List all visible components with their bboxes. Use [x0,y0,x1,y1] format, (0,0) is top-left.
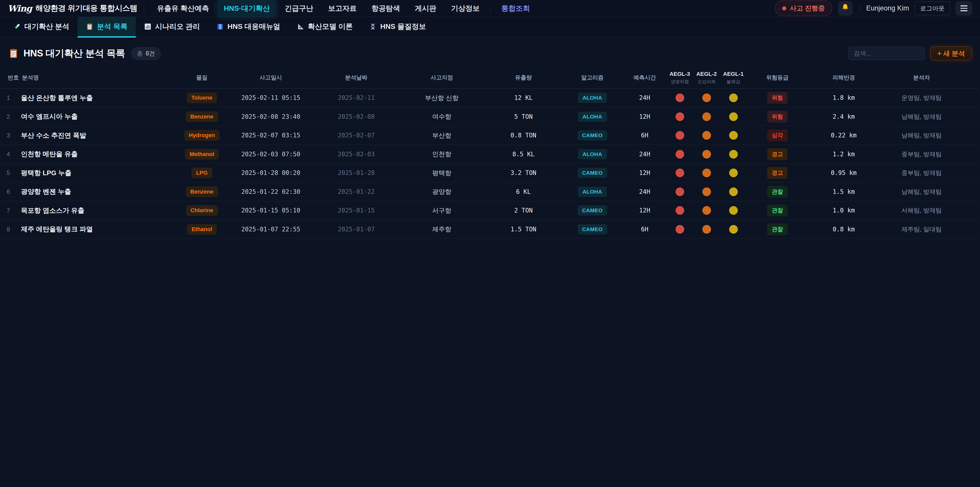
aegl2-cell [693,225,720,234]
table-row[interactable]: 2여수 엠프시아 누출Benzene2025-02-08 23:402025-0… [0,107,979,126]
menu-button[interactable] [956,1,972,16]
analysis-name: 부산 수소 추진연 폭발 [21,131,177,140]
brand-title: 해양환경 위기대응 통합시스템 [35,3,137,14]
nav-item-보고자료[interactable]: 보고자료 [322,0,363,17]
material-cell: Ethanol [177,224,228,235]
incident-datetime: 2025-02-03 07:50 [228,151,314,158]
tab-label: HNS 대응매뉴얼 [228,22,280,31]
algorithm-cell: CAMEO [562,205,623,216]
user-name: Eunjeong Kim [866,4,909,12]
risk-grade-badge: 위험 [767,111,788,123]
damage-radius: 2.4 km [808,113,880,120]
table-row[interactable]: 4인천항 메탄올 유출Methanol2025-02-03 07:502025-… [0,145,979,164]
aegl1-indicator-icon [729,169,738,177]
logout-button[interactable]: 로그아웃 [915,2,950,15]
total-count-badge: 총 8건 [130,47,161,60]
new-analysis-button[interactable]: + 새 분석 [931,46,972,60]
search-input[interactable] [848,47,925,60]
table-row[interactable]: 8제주 에탄올링 탱크 파열Ethanol2025-01-07 22:55202… [0,220,979,239]
col-header-incident: 사고일시 [228,70,314,85]
incident-datetime: 2025-02-08 23:40 [228,113,314,120]
row-number: 1 [6,94,21,101]
aegl1-indicator-icon [729,187,738,196]
grade-cell: 경고 [747,148,808,160]
analysis-date: 2025-01-22 [314,188,398,195]
incident-location: 부산항 [398,131,485,140]
col-header-aegl2: AEGL-2건강피해 [693,67,720,88]
tab-시나리오 관리[interactable]: 시나리오 관리 [136,17,208,38]
aegl1-indicator-icon [729,93,738,102]
table-row[interactable]: 3부산 수소 추진연 폭발Hydrogen2025-02-07 03:15202… [0,126,979,145]
algorithm-badge: ALOHA [578,187,607,197]
algorithm-badge: CAMEO [578,224,608,235]
aegl2-cell [693,206,720,215]
aegl1-cell [720,169,747,177]
material-badge: Benzene [186,187,218,197]
damage-radius: 1.0 km [808,207,880,214]
risk-grade-badge: 경고 [767,167,788,179]
aegl2-cell [693,187,720,196]
tab-label: HNS 물질정보 [380,22,426,31]
forecast-duration: 12H [623,207,667,214]
aegl2-cell [693,169,720,177]
nav-item-기상정보[interactable]: 기상정보 [445,0,486,17]
table-row[interactable]: 6광양항 벤젠 누출Benzene2025-01-22 02:302025-01… [0,182,979,201]
aegl1-cell [720,150,747,158]
tab-HNS 물질정보[interactable]: HNS 물질정보 [361,17,434,38]
damage-radius: 1.8 km [808,94,880,101]
row-number: 6 [6,188,21,195]
forecast-duration: 12H [623,169,667,176]
grade-cell: 관찰 [747,224,808,235]
tab-HNS 대응매뉴얼[interactable]: HNS 대응매뉴얼 [208,17,288,38]
aegl2-indicator-icon [702,112,711,121]
tab-label: 확산모델 이론 [308,22,353,31]
incident-dot-icon [782,6,786,10]
algorithm-badge: ALOHA [578,149,607,160]
nav-item-HNS·대기확산[interactable]: HNS·대기확산 [218,0,276,17]
count-label: 총 [137,49,143,57]
dna-icon [369,23,377,30]
analysis-name: 인천항 메탄올 유출 [21,150,177,158]
risk-grade-badge: 관찰 [767,224,788,235]
clipboard-icon [86,23,94,30]
aegl2-indicator-icon [702,131,711,140]
row-number: 4 [6,151,21,158]
page-head: HNS 대기확산 분석 목록 총 8건 + 새 분석 [0,38,980,67]
nav-item-게시판[interactable]: 게시판 [409,0,442,17]
spill-amount: 1.5 TON [485,226,562,233]
forecast-duration: 6H [623,132,667,139]
grade-cell: 관찰 [747,204,808,216]
aegl2-indicator-icon [702,225,711,234]
grade-cell: 심각 [747,129,808,141]
tab-label: 분석 목록 [97,22,127,31]
table-header-row: 번호 분석명 물질 사고일시 분석날짜 사고지점 유출량 알고리즘 예측시간 A… [0,67,979,89]
tab-분석 목록[interactable]: 분석 목록 [78,17,136,38]
tab-대기확산 분석[interactable]: 대기확산 분석 [5,17,78,38]
material-badge: Toluene [187,93,217,103]
nav-item-항공탐색[interactable]: 항공탐색 [365,0,406,17]
page-title: HNS 대기확산 분석 목록 [8,47,125,60]
analyst-teams: 운영팀, 방재팀 [880,94,964,102]
analysis-date: 2025-01-07 [314,226,398,233]
risk-grade-badge: 심각 [767,129,788,141]
notifications-button[interactable] [838,1,853,16]
col-header-algorithm: 알고리즘 [562,70,623,85]
aegl1-indicator-icon [729,131,738,140]
analysis-date: 2025-02-11 [314,94,398,101]
incident-datetime: 2025-01-22 02:30 [228,188,314,195]
material-cell: LPG [177,168,228,178]
spill-amount: 5 TON [485,113,562,120]
table-row[interactable]: 5평택항 LPG 누출LPG2025-01-28 00:202025-01-28… [0,164,979,183]
aegl3-indicator-icon [676,225,684,234]
tab-확산모델 이론[interactable]: 확산모델 이론 [288,17,361,38]
algorithm-cell: ALOHA [562,149,623,160]
table-row[interactable]: 7목포항 염소스가 유출Chlorine2025-01-15 05:102025… [0,201,979,220]
nav-item-통합조회[interactable]: 통합조회 [495,0,536,17]
damage-radius: 1.5 km [808,188,880,195]
material-cell: Chlorine [177,205,228,216]
risk-grade-badge: 경고 [767,148,788,160]
nav-item-유출유 확산예측[interactable]: 유출유 확산예측 [151,0,215,17]
table-row[interactable]: 1울산 온산항 톨루엔 누출Toluene2025-02-11 05:15202… [0,89,979,107]
algorithm-cell: CAMEO [562,224,623,235]
nav-item-긴급구난[interactable]: 긴급구난 [278,0,319,17]
